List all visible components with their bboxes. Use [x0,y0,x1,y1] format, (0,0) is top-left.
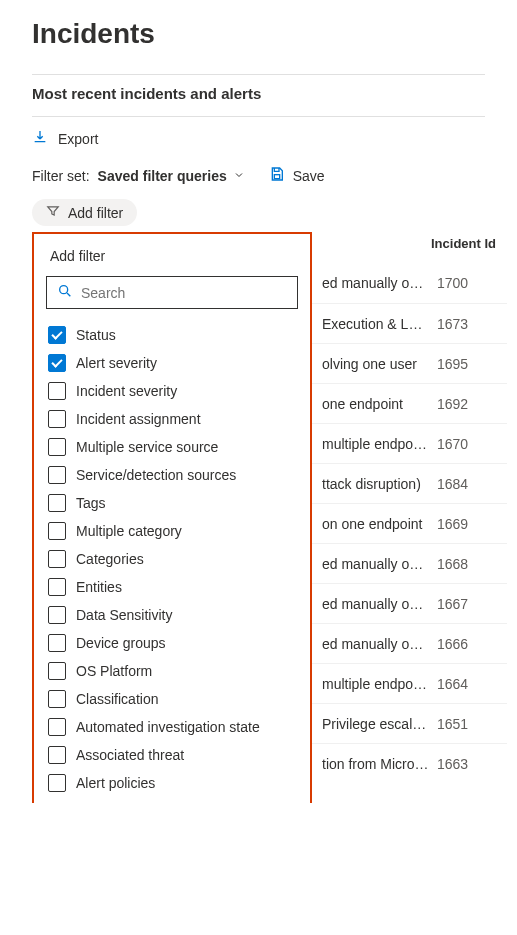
filter-option-label: Status [76,327,116,343]
filter-option-label: Incident assignment [76,411,201,427]
checkbox[interactable] [48,326,66,344]
saved-filter-dropdown[interactable]: Saved filter queries [98,168,245,184]
filter-option[interactable]: Incident severity [46,377,298,405]
incident-id-cell: 1668 [437,556,507,572]
incident-id-cell: 1673 [437,316,507,332]
add-filter-button[interactable]: Add filter [32,199,137,226]
checkbox[interactable] [48,690,66,708]
save-label[interactable]: Save [293,168,325,184]
filter-option[interactable]: Categories [46,545,298,573]
popup-title: Add filter [46,248,298,264]
col-header-id[interactable]: Incident Id [427,236,507,251]
checkbox[interactable] [48,410,66,428]
incident-id-cell: 1692 [437,396,507,412]
svg-rect-0 [274,175,279,179]
filter-option[interactable]: Automated investigation state [46,713,298,741]
filter-icon [46,204,60,221]
filter-option-label: Associated threat [76,747,184,763]
incident-id-cell: 1667 [437,596,507,612]
incident-id-cell: 1664 [437,676,507,692]
filter-option[interactable]: Alert severity [46,349,298,377]
filter-option-label: Data Sensitivity [76,607,172,623]
filter-set-row: Filter set: Saved filter queries Save [0,164,517,195]
filter-option-label: Classification [76,691,158,707]
incident-id-cell: 1670 [437,436,507,452]
filter-option[interactable]: Classification [46,685,298,713]
incident-id-cell: 1651 [437,716,507,732]
checkbox[interactable] [48,606,66,624]
filter-option-label: Automated investigation state [76,719,260,735]
filter-search-box[interactable] [46,276,298,309]
saved-filter-label: Saved filter queries [98,168,227,184]
filter-option-list: StatusAlert severityIncident severityInc… [46,321,298,803]
incident-id-cell: 1695 [437,356,507,372]
export-label: Export [58,131,98,147]
checkbox[interactable] [48,438,66,456]
checkbox[interactable] [48,466,66,484]
subtitle: Most recent incidents and alerts [0,75,517,116]
filter-option-label: Multiple category [76,523,182,539]
checkbox[interactable] [48,662,66,680]
add-filter-pill-label: Add filter [68,205,123,221]
search-input[interactable] [81,285,287,301]
checkbox[interactable] [48,634,66,652]
filter-option[interactable]: Multiple service source [46,433,298,461]
filter-option[interactable]: Device groups [46,629,298,657]
filter-option-label: Device groups [76,635,166,651]
checkbox[interactable] [48,354,66,372]
export-button[interactable]: Export [0,117,517,164]
incident-id-cell: 1684 [437,476,507,492]
filter-option[interactable]: Incident assignment [46,405,298,433]
incident-id-cell: 1663 [437,756,507,772]
page-title: Incidents [0,0,517,74]
filter-option[interactable]: Data Sensitivity [46,601,298,629]
filter-option-label: Categories [76,551,144,567]
save-icon[interactable] [269,166,285,185]
checkbox[interactable] [48,550,66,568]
filter-option[interactable]: OS Platform [46,657,298,685]
filter-option[interactable]: Tags [46,489,298,517]
incident-id-cell: 1669 [437,516,507,532]
incident-id-cell: 1700 [437,275,507,291]
filter-option-label: Service/detection sources [76,467,236,483]
filter-option[interactable]: Associated threat [46,741,298,769]
filter-option-label: Incident severity [76,383,177,399]
download-icon [32,129,48,148]
add-filter-popup: Add filter StatusAlert severityIncident … [32,232,312,803]
filter-option-label: Entities [76,579,122,595]
svg-point-1 [60,286,68,294]
filter-option[interactable]: Multiple category [46,517,298,545]
checkbox[interactable] [48,774,66,792]
checkbox[interactable] [48,718,66,736]
filter-option-label: Multiple service source [76,439,218,455]
incident-id-cell: 1666 [437,636,507,652]
filter-set-label: Filter set: [32,168,90,184]
filter-option-label: Alert severity [76,355,157,371]
search-icon [57,283,81,302]
filter-option-label: Tags [76,495,106,511]
checkbox[interactable] [48,494,66,512]
checkbox[interactable] [48,382,66,400]
checkbox[interactable] [48,746,66,764]
filter-option[interactable]: Status [46,321,298,349]
filter-option[interactable]: Alert policies [46,769,298,797]
chevron-down-icon [233,168,245,184]
filter-option-label: OS Platform [76,663,152,679]
checkbox[interactable] [48,522,66,540]
filter-option-label: Alert policies [76,775,155,791]
checkbox[interactable] [48,578,66,596]
filter-option[interactable]: Entities [46,573,298,601]
filter-option[interactable]: Service/detection sources [46,461,298,489]
